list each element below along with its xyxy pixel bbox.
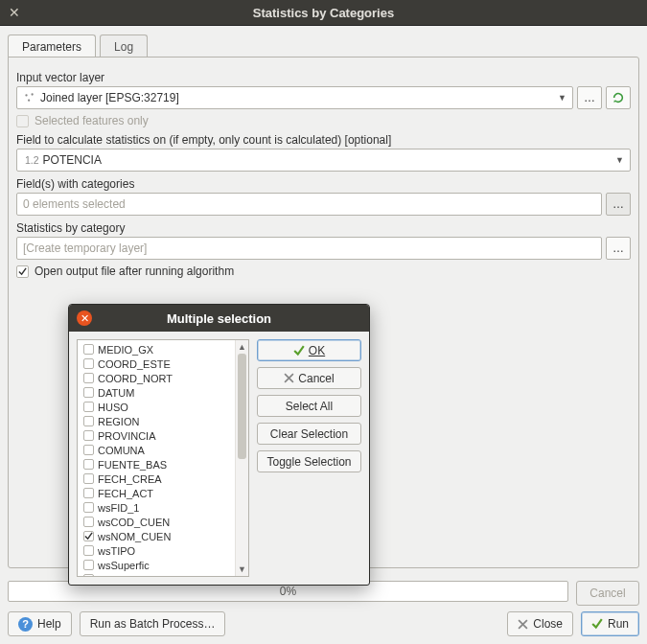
list-item-checkbox[interactable]	[83, 517, 94, 527]
list-item-label: COORD_ESTE	[98, 358, 171, 370]
label-output: Statistics by category	[16, 221, 631, 235]
list-item-label: DATUM	[98, 387, 134, 399]
scroll-thumb[interactable]	[238, 354, 246, 459]
list-item-label: FECH_ACT	[98, 488, 153, 499]
list-item-checkbox[interactable]	[83, 358, 94, 369]
browse-layer-button[interactable]: …	[577, 86, 602, 109]
output-input[interactable]: [Create temporary layer]	[16, 237, 602, 260]
close-button[interactable]: Close	[507, 611, 573, 636]
input-layer-select[interactable]: Joined layer [EPSG:32719] ▼	[16, 86, 573, 109]
main-window: Parameters Log Input vector layer Joined…	[0, 25, 647, 644]
help-label: Help	[37, 617, 61, 631]
cat-summary: 0 elements selected	[23, 197, 126, 211]
list-item-checkbox[interactable]	[83, 488, 94, 498]
tab-log[interactable]: Log	[100, 34, 148, 58]
close-icon: ✕	[81, 313, 89, 324]
list-item-checkbox[interactable]	[83, 502, 94, 513]
stats-field-value: POTENCIA	[43, 153, 102, 167]
list-item[interactable]: COMUNA	[78, 443, 235, 457]
cancel-icon	[284, 373, 294, 383]
label-stats-field: Field to calculate statistics on (if emp…	[16, 133, 631, 147]
list-item[interactable]: HUSO	[78, 400, 235, 414]
cat-fields-input[interactable]: 0 elements selected	[16, 193, 602, 216]
svg-point-2	[28, 99, 30, 101]
list-item-checkbox[interactable]	[83, 445, 94, 455]
main-titlebar: ✕ Statistics by Categories	[0, 0, 647, 25]
list-item-checkbox[interactable]	[83, 473, 94, 484]
progress-text: 0%	[280, 585, 296, 598]
select-all-button[interactable]: Select All	[257, 395, 361, 417]
open-after-checkbox[interactable]	[16, 265, 29, 278]
list-item-label: HUSO	[98, 402, 128, 413]
points-layer-icon	[23, 91, 36, 104]
list-item-checkbox[interactable]	[83, 430, 94, 441]
cat-fields-browse-button[interactable]: …	[606, 193, 631, 216]
list-item[interactable]: PROVINCIA	[78, 428, 235, 443]
list-item-label: FUENTE_BAS	[98, 459, 167, 471]
list-item-checkbox[interactable]	[83, 545, 94, 556]
help-button[interactable]: ? Help	[8, 611, 72, 636]
tab-parameters[interactable]: Parameters	[8, 34, 96, 58]
list-item[interactable]: COORD_ESTE	[78, 356, 235, 371]
list-item-checkbox[interactable]	[83, 531, 94, 541]
window-title: Statistics by Categories	[0, 6, 647, 20]
scrollbar[interactable]: ▲ ▼	[235, 340, 248, 576]
selected-only-label: Selected features only	[35, 114, 149, 127]
batch-button[interactable]: Run as Batch Process…	[80, 611, 226, 636]
reload-icon	[612, 91, 625, 104]
list-item[interactable]: wsFID_1	[78, 500, 235, 515]
list-item[interactable]: wsCount_	[78, 572, 235, 576]
list-item-checkbox[interactable]	[83, 416, 94, 426]
progress-cancel-button: Cancel	[576, 581, 639, 606]
list-item-label: COMUNA	[98, 445, 145, 456]
cancel-button[interactable]: Cancel	[257, 367, 361, 389]
output-placeholder: [Create temporary layer]	[23, 242, 147, 255]
list-item-label: MEDIO_GX	[98, 344, 153, 356]
list-item[interactable]: wsSuperfic	[78, 558, 235, 572]
stats-field-select[interactable]: 1.2 POTENCIA ▼	[16, 149, 631, 172]
list-item-checkbox[interactable]	[83, 387, 94, 398]
check-icon	[591, 618, 603, 630]
list-item[interactable]: wsCOD_CUEN	[78, 515, 235, 529]
list-item-checkbox[interactable]	[83, 344, 94, 355]
scroll-down-icon[interactable]: ▼	[236, 563, 248, 576]
list-item-label: wsFID_1	[98, 502, 139, 514]
reload-button[interactable]	[606, 86, 631, 109]
svg-point-0	[25, 94, 27, 96]
list-item[interactable]: FUENTE_BAS	[78, 457, 235, 472]
list-item-checkbox[interactable]	[83, 459, 94, 470]
list-item-checkbox[interactable]	[83, 373, 94, 383]
close-label: Close	[533, 617, 563, 631]
list-item[interactable]: DATUM	[78, 385, 235, 400]
dialog-close-button[interactable]: ✕	[77, 310, 92, 326]
list-item-label: REGION	[98, 416, 139, 427]
dialog-titlebar: ✕ Multiple selection	[69, 305, 369, 332]
toggle-selection-button[interactable]: Toggle Selection	[257, 450, 361, 472]
list-item-label: wsSuperfic	[98, 560, 150, 571]
field-list[interactable]: MEDIO_GXCOORD_ESTECOORD_NORTDATUMHUSOREG…	[77, 339, 249, 577]
run-button[interactable]: Run	[581, 611, 639, 636]
list-item-checkbox[interactable]	[83, 574, 94, 576]
dialog-title: Multiple selection	[69, 311, 369, 326]
list-item[interactable]: FECH_ACT	[78, 486, 235, 500]
check-icon	[293, 345, 305, 356]
list-item[interactable]: MEDIO_GX	[78, 342, 235, 356]
list-item[interactable]: COORD_NORT	[78, 371, 235, 385]
chevron-down-icon: ▼	[558, 93, 566, 103]
list-item[interactable]: wsNOM_CUEN	[78, 529, 235, 543]
close-icon[interactable]: ✕	[8, 6, 21, 19]
scroll-up-icon[interactable]: ▲	[236, 340, 248, 354]
list-item-checkbox[interactable]	[83, 560, 94, 570]
label-input-layer: Input vector layer	[16, 71, 631, 84]
field-type-prefix: 1.2	[25, 154, 39, 166]
clear-selection-button[interactable]: Clear Selection	[257, 423, 361, 445]
list-item[interactable]: wsTIPO	[78, 543, 235, 558]
cancel-label: Cancel	[298, 372, 334, 385]
list-item-label: wsCount_	[98, 574, 145, 577]
output-browse-button[interactable]: …	[606, 237, 631, 260]
ok-button[interactable]: OK	[257, 339, 361, 361]
list-item-checkbox[interactable]	[83, 402, 94, 412]
list-item[interactable]: REGION	[78, 414, 235, 428]
list-item[interactable]: FECH_CREA	[78, 472, 235, 486]
input-layer-value: Joined layer [EPSG:32719]	[40, 91, 179, 104]
